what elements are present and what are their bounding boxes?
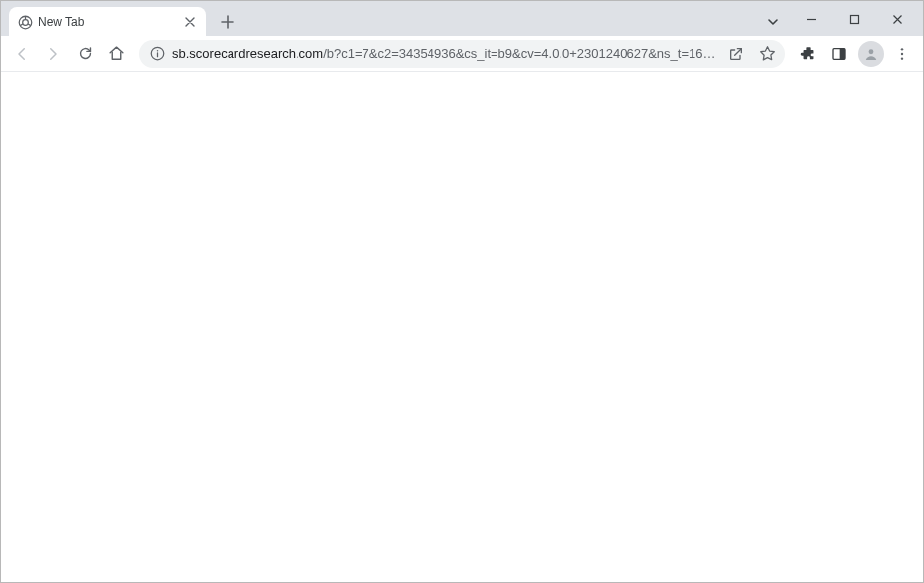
forward-button[interactable]: [38, 39, 68, 69]
side-panel-button[interactable]: [825, 39, 854, 69]
address-bar[interactable]: sb.scorecardresearch.com/b?c1=7&c2=34354…: [139, 40, 785, 68]
tab-close-button[interactable]: [182, 14, 198, 30]
svg-rect-2: [850, 15, 858, 23]
reload-button[interactable]: [70, 39, 99, 69]
browser-tab[interactable]: New Tab: [9, 7, 206, 36]
tab-favicon: [17, 14, 33, 30]
tab-title: New Tab: [38, 15, 176, 29]
svg-point-1: [22, 19, 28, 25]
svg-point-4: [156, 50, 158, 52]
bookmark-button[interactable]: [756, 42, 779, 66]
svg-rect-6: [840, 48, 845, 59]
back-button[interactable]: [7, 39, 36, 69]
tab-search-button[interactable]: [758, 7, 789, 36]
maximize-button[interactable]: [832, 4, 876, 33]
svg-point-8: [901, 48, 903, 50]
menu-button[interactable]: [888, 39, 917, 69]
extensions-button[interactable]: [793, 39, 823, 69]
close-window-button[interactable]: [876, 4, 919, 33]
page-content: [1, 72, 923, 582]
svg-point-9: [901, 52, 903, 54]
window-controls: [789, 1, 923, 36]
titlebar: New Tab: [1, 1, 923, 36]
svg-point-7: [869, 49, 874, 54]
site-info-icon[interactable]: [149, 46, 165, 62]
share-button[interactable]: [724, 42, 748, 66]
new-tab-button[interactable]: [214, 8, 241, 35]
url-path: /b?c1=7&c2=34354936&cs_it=b9&cv=4.0.0+23…: [323, 46, 716, 61]
toolbar: sb.scorecardresearch.com/b?c1=7&c2=34354…: [1, 36, 923, 72]
svg-point-10: [901, 57, 903, 59]
url-text: sb.scorecardresearch.com/b?c1=7&c2=34354…: [172, 46, 716, 61]
minimize-button[interactable]: [789, 4, 832, 33]
home-button[interactable]: [101, 39, 131, 69]
profile-button[interactable]: [858, 41, 884, 67]
url-host: sb.scorecardresearch.com: [172, 46, 323, 61]
